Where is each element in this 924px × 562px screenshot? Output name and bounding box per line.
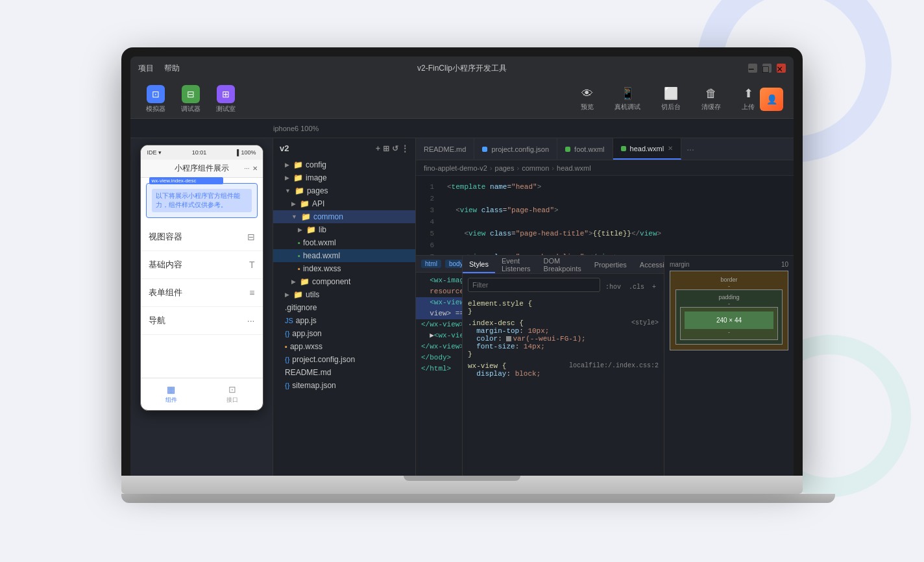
devtools-html-content[interactable]: <wx-image class="index-logo" src="../res…: [416, 273, 462, 476]
tree-item-appjson[interactable]: {} app.json: [273, 327, 415, 340]
pseudo-add[interactable]: +: [650, 283, 659, 291]
box-content-sub: -: [685, 329, 773, 336]
tab-close-btn[interactable]: ✕: [668, 145, 673, 152]
nav-item-1[interactable]: ⊡ 接口: [202, 378, 263, 410]
testroom-btn[interactable]: ⊞ 测试室: [211, 82, 241, 116]
tree-item-common[interactable]: ▼ 📁 common: [273, 210, 415, 223]
html-line-3[interactable]: view> == $0: [416, 308, 462, 319]
box-content: 240 × 44: [685, 312, 773, 329]
code-area[interactable]: 1 2 3 4 5 6 7 8 <template name="head"> <…: [416, 176, 794, 255]
list-item-0[interactable]: 视图容器 ⊟: [141, 223, 263, 251]
tab-foot-wxml-label: foot.wxml: [574, 145, 604, 153]
file-icon-green: ▪: [298, 252, 300, 260]
source-2[interactable]: localfile:/.index.css:2: [569, 362, 659, 369]
tree-item-readme[interactable]: README.md: [273, 366, 415, 379]
menu-project[interactable]: 项目: [138, 63, 154, 74]
tree-item-foot-wxml[interactable]: ▪ foot.wxml: [273, 236, 415, 249]
file-icon-blue: JS: [285, 317, 293, 324]
clear-cache-action[interactable]: 🗑 清缓存: [696, 84, 726, 114]
file-icon-orange: ▪: [298, 265, 300, 273]
tree-icon-2[interactable]: ⊞: [383, 144, 389, 153]
box-model-title: margin: [670, 261, 690, 268]
dt-tag-body[interactable]: body: [445, 260, 463, 268]
win-maximize[interactable]: □: [762, 64, 772, 73]
tab-readme[interactable]: README.md: [416, 138, 474, 160]
upload-icon: ⬆: [744, 86, 753, 101]
list-item-1[interactable]: 基础内容 T: [141, 251, 263, 279]
arrow-icon: ▼: [285, 188, 291, 194]
testroom-icon: ⊞: [217, 85, 235, 103]
tree-item-lib[interactable]: ▶ 📁 lib: [273, 223, 415, 236]
tree-item-pages[interactable]: ▼ 📁 pages: [273, 184, 415, 197]
list-item-3[interactable]: 导航 ···: [141, 307, 263, 335]
tree-label-foot-wxml: foot.wxml: [303, 238, 336, 247]
simulator-btn[interactable]: ⊡ 模拟器: [141, 82, 171, 116]
style-tab-events[interactable]: Event Listeners: [495, 256, 537, 273]
laptop-base: [121, 476, 803, 494]
tree-icon-1[interactable]: +: [376, 144, 380, 153]
pseudo-cls[interactable]: .cls: [626, 283, 647, 291]
tree-icon-3[interactable]: ↺: [392, 144, 398, 153]
tab-foot-wxml[interactable]: foot.wxml: [557, 138, 613, 160]
upload-action[interactable]: ⬆ 上传: [736, 84, 760, 114]
main-content: IDE ▾ 10:01 ▌100% 小程序组件展示 ··· ✕: [130, 138, 794, 476]
devtools-styles-panel: Styles Event Listeners DOM Breakpoints P…: [463, 256, 664, 476]
tree-item-index-wxss[interactable]: ▪ index.wxss: [273, 262, 415, 275]
real-device-action[interactable]: 📱 真机调试: [609, 84, 646, 114]
user-avatar[interactable]: 👤: [760, 88, 783, 111]
tab-readme-label: README.md: [424, 145, 466, 153]
debugger-btn[interactable]: ⊟ 调试器: [176, 82, 206, 116]
tree-item-api[interactable]: ▶ 📁 API: [273, 197, 415, 210]
menu-help[interactable]: 帮助: [164, 63, 180, 74]
tree-item-appwxss[interactable]: ▪ app.wxss: [273, 340, 415, 353]
win-minimize[interactable]: −: [748, 64, 757, 73]
preview-action[interactable]: 👁 预览: [576, 84, 599, 114]
box-margin-top: border: [675, 276, 783, 283]
val-color: var(--weui-FG-1);: [513, 335, 585, 343]
style-tab-access[interactable]: Accessibility: [633, 256, 664, 273]
tree-label-head-wxml: head.wxml: [303, 251, 340, 260]
tree-item-gitignore[interactable]: .gitignore: [273, 301, 415, 314]
background-action[interactable]: ⬜ 切后台: [656, 84, 686, 114]
win-close[interactable]: ×: [777, 64, 786, 73]
tree-item-utils[interactable]: ▶ 📁 utils: [273, 288, 415, 301]
prop-fontsize: font-size: [476, 343, 515, 350]
tab-head-wxml[interactable]: head.wxml ✕: [613, 138, 682, 160]
tab-project-config[interactable]: project.config.json: [474, 138, 557, 160]
folder-icon: 📁: [293, 173, 303, 182]
tree-item-appjs[interactable]: JS app.js: [273, 314, 415, 327]
phone-action-more[interactable]: ···: [244, 165, 249, 172]
tree-item-image[interactable]: ▶ 📁 image: [273, 171, 415, 184]
style-tab-styles[interactable]: Styles: [463, 256, 495, 273]
dt-tag-html[interactable]: html: [421, 260, 441, 268]
style-tab-dom[interactable]: DOM Breakpoints: [537, 256, 588, 273]
component-text: 以下将展示小程序官方组件能力，组件样式仅供参考。: [152, 189, 252, 212]
clear-cache-icon: 🗑: [705, 87, 717, 101]
breadcrumb-1: pages: [495, 164, 515, 172]
laptop-foot: [121, 494, 835, 503]
tree-item-head-wxml[interactable]: ▪ head.wxml: [273, 249, 415, 262]
nav-item-0[interactable]: ▦ 组件: [141, 378, 202, 410]
list-item-2[interactable]: 表单组件 ≡: [141, 279, 263, 307]
code-content[interactable]: <template name="head"> <view class="page…: [439, 176, 794, 255]
tree-label-utils: utils: [306, 290, 319, 299]
tab-more-btn[interactable]: ···: [681, 138, 699, 160]
tree-item-sitemap[interactable]: {} sitemap.json: [273, 379, 415, 392]
preview-icon: 👁: [581, 87, 593, 101]
phone-titlebar-actions: ··· ✕: [244, 165, 257, 172]
box-padding: 240 × 44 -: [680, 307, 778, 340]
phone-action-close[interactable]: ✕: [252, 165, 258, 172]
breadcrumb-sep-1: ›: [517, 164, 520, 172]
html-line-2[interactable]: <wx-view class="index-desc">以下将展示小程序官方组件…: [416, 297, 462, 308]
val-display: block;: [515, 370, 541, 378]
style-tab-props[interactable]: Properties: [588, 256, 633, 273]
tree-item-config[interactable]: ▶ 📁 config: [273, 158, 415, 171]
tree-root-label: v2: [280, 143, 289, 153]
source-1[interactable]: <style>: [631, 319, 659, 326]
nav-icon-1: ⊡: [228, 384, 236, 395]
tree-item-component[interactable]: ▶ 📁 component: [273, 275, 415, 288]
styles-filter-input[interactable]: [468, 278, 600, 292]
tree-icon-4[interactable]: ⋮: [401, 144, 409, 153]
pseudo-hov[interactable]: :hov: [603, 283, 624, 291]
tree-item-project-config[interactable]: {} project.config.json: [273, 353, 415, 366]
